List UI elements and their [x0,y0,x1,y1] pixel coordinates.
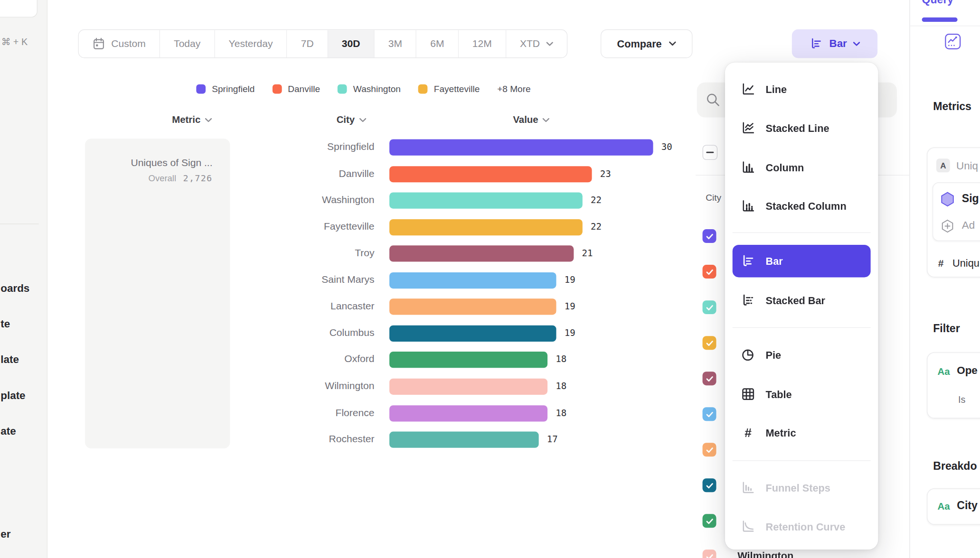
bar-segment[interactable] [389,219,583,235]
menu-item-stacked-column[interactable]: Stacked Column [733,190,871,222]
date-button-6m[interactable]: 6M [416,30,459,57]
bar-chart-icon [741,253,756,269]
nav-search-box[interactable] [0,0,38,18]
series-checkbox[interactable] [703,443,716,456]
legend-item-washington[interactable]: Washington [338,84,401,93]
menu-item-stacked-bar[interactable]: Stacked Bar [733,285,871,316]
string-type-icon: Aa [937,366,950,377]
bar-segment[interactable] [389,326,556,342]
series-checkbox[interactable] [703,300,716,314]
nav-item-partial-ate[interactable]: ate [0,425,16,437]
nav-item-partial-late[interactable]: late [0,353,19,366]
metric-card-overall-value: 2,726 [183,173,212,183]
event-card[interactable]: Sig Ad [933,182,980,241]
bar-segment[interactable] [389,379,547,395]
chart-type-button[interactable]: Bar [792,29,877,58]
menu-item-pie[interactable]: Pie [733,339,871,371]
menu-item-label: Bar [766,255,783,267]
select-all-checkbox[interactable] [703,145,718,160]
stacked-column-chart-icon [741,199,756,214]
search-icon [705,92,721,108]
filter-heading: Filter [933,322,960,335]
menu-item-column[interactable]: Column [733,152,871,183]
metric-query-card[interactable]: A Uniq Sig Ad # Uniqu [927,148,980,278]
nav-item-partial-te[interactable]: te [0,318,10,330]
date-button-label: Yesterday [229,38,273,49]
bar-value-label: 19 [565,328,575,338]
pie-chart-icon [741,347,756,363]
bar-segment[interactable] [389,299,556,315]
bar-segment[interactable] [389,405,547,421]
count-hash-icon: # [938,258,944,270]
menu-item-label: Stacked Column [766,200,847,212]
legend-item-springfield[interactable]: Springfield [196,84,254,93]
bar-chart: Springfield30Danville23Washington22Fayet… [235,134,697,459]
menu-item-label: Column [766,161,804,173]
metric-card[interactable]: Uniques of Sign ... Overall 2,726 [85,139,230,448]
menu-item-stacked-line[interactable]: Stacked Line [733,112,871,144]
legend-item-fayetteville[interactable]: Fayetteville [418,84,480,93]
bar-segment[interactable] [389,272,556,288]
bar-value-label: 22 [591,195,602,205]
breakdown-query-card[interactable]: Aa City [927,488,980,524]
series-letter-badge: A [936,158,950,172]
date-range-group: CustomTodayYesterday7D30D3M6M12MXTD [78,29,567,58]
series-checkbox[interactable] [703,265,716,279]
bar-value-label: 22 [591,222,602,232]
bar-segment[interactable] [389,246,574,262]
nav-item-partial-plate[interactable]: plate [0,390,25,402]
series-checkbox[interactable] [703,514,716,528]
date-button-custom[interactable]: Custom [79,30,160,57]
bar-segment[interactable] [389,193,583,209]
series-checkbox[interactable] [703,478,716,492]
menu-item-bar[interactable]: Bar [733,245,871,277]
chevron-down-icon [853,42,860,46]
date-button-12m[interactable]: 12M [459,30,506,57]
breakdown-property: City [957,499,978,512]
add-event-icon[interactable] [940,219,955,234]
series-checkbox[interactable] [703,372,716,385]
bar-segment[interactable] [389,140,653,156]
chart-row-rochester: Rochester17 [235,427,697,454]
column-header-metric-label: Metric [172,114,200,126]
bar-category-label: Springfield [235,141,375,152]
legend-swatch [272,84,282,93]
hash-icon: # [741,426,756,440]
column-header-value[interactable]: Value [497,114,565,126]
series-checkbox[interactable] [703,336,716,350]
filter-query-card[interactable]: Aa Ope Is i [927,352,980,418]
insights-chart-icon[interactable] [944,33,961,50]
date-button-3m[interactable]: 3M [375,30,417,57]
calendar-icon [93,37,105,50]
menu-item-line[interactable]: Line [733,74,871,105]
date-button-today[interactable]: Today [160,30,215,57]
date-button-xtd[interactable]: XTD [506,30,567,57]
menu-item-table[interactable]: Table [733,379,871,410]
nav-item-partial-er[interactable]: er [0,529,10,541]
menu-item-label: Pie [766,349,782,361]
series-checkbox[interactable] [703,229,716,243]
bar-segment[interactable] [389,432,539,448]
bar-segment[interactable] [389,166,592,182]
date-button-yesterday[interactable]: Yesterday [215,30,287,57]
legend-item-danville[interactable]: Danville [272,84,320,93]
legend-more-button[interactable]: +8 More [497,84,531,93]
legend-swatch [338,84,347,93]
metric-name-truncated: Uniq [956,160,978,172]
tab-query[interactable]: Query [922,0,954,6]
series-checkbox[interactable] [703,549,716,558]
bar-segment[interactable] [389,352,547,368]
menu-item-metric[interactable]: #Metric [733,417,871,448]
series-checkbox[interactable] [703,407,716,421]
column-header-metric[interactable]: Metric [158,114,226,126]
column-header-city[interactable]: City [317,114,386,126]
bar-category-label: Danville [235,167,375,179]
sidebar-divider [910,26,980,26]
nav-item-partial-oards[interactable]: oards [0,282,29,295]
compare-button[interactable]: Compare [601,29,693,58]
bar-category-label: Oxford [235,354,375,365]
date-button-7d[interactable]: 7D [287,30,328,57]
breakdown-heading: Breakdo [933,460,977,473]
date-button-30d[interactable]: 30D [328,30,375,57]
stacked-line-chart-icon [741,121,756,136]
